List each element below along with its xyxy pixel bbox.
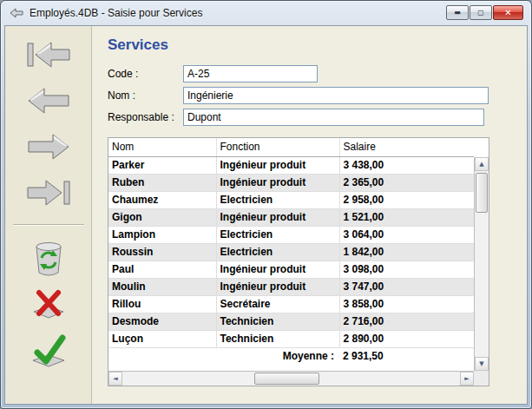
- table-row[interactable]: ChaumezElectricien2 958,00: [108, 191, 474, 208]
- responsable-label: Responsable :: [108, 111, 183, 123]
- table-cell: 3 858,00: [339, 295, 474, 313]
- scroll-left-icon: ◄: [113, 375, 117, 382]
- table-cell: Electricien: [216, 243, 339, 261]
- column-header-salaire[interactable]: Salaire: [339, 138, 474, 156]
- app-window: Employés.4DB - Saisie pour Services ▬ ▢ …: [0, 0, 532, 409]
- code-input[interactable]: [183, 65, 318, 82]
- employees-table: Nom Fonction Salaire ParkerIngénieur pro…: [108, 137, 489, 386]
- table-cell: Technicien: [216, 313, 339, 330]
- table-header-row: Nom Fonction Salaire: [108, 138, 474, 156]
- table-cell: 3 064,00: [339, 226, 474, 243]
- nom-input[interactable]: [183, 87, 489, 104]
- minimize-icon: ▬: [454, 10, 461, 16]
- table-footer-row: Moyenne : 2 931,50: [108, 347, 474, 365]
- nom-field-row: Nom :: [108, 87, 527, 104]
- scroll-up-button[interactable]: ▲: [475, 157, 489, 171]
- first-record-button[interactable]: [17, 35, 80, 75]
- table-row[interactable]: PaulIngénieur produit3 098,00: [108, 261, 474, 278]
- validate-button[interactable]: [17, 330, 80, 373]
- close-icon: ✕: [504, 9, 511, 17]
- titlebar[interactable]: Employés.4DB - Saisie pour Services ▬ ▢ …: [1, 1, 531, 24]
- code-field-row: Code :: [108, 65, 527, 82]
- table-cell: Technicien: [216, 330, 339, 347]
- table-cell: Secrétaire: [216, 295, 339, 313]
- next-record-button[interactable]: [17, 127, 80, 167]
- table-cell: Luçon: [108, 330, 216, 347]
- table-cell: Gigon: [108, 208, 216, 226]
- previous-record-button[interactable]: [17, 81, 80, 121]
- table-cell: 2 365,00: [339, 174, 474, 191]
- previous-record-icon: [24, 84, 73, 117]
- trash-recycle-icon: [29, 237, 69, 279]
- horizontal-scroll-thumb[interactable]: [254, 373, 319, 385]
- vertical-scroll-thumb[interactable]: [476, 173, 488, 213]
- column-header-nom[interactable]: Nom: [108, 138, 216, 156]
- table-row[interactable]: LuçonTechnicien2 890,00: [108, 330, 474, 347]
- table-row[interactable]: ParkerIngénieur produit3 438,00: [108, 156, 474, 174]
- scrollbar-corner: [474, 371, 489, 386]
- window-controls: ▬ ▢ ✕: [446, 5, 523, 20]
- table-cell: 2 890,00: [339, 330, 474, 347]
- table-cell: Ingénieur produit: [216, 261, 339, 278]
- next-record-icon: [24, 130, 73, 163]
- page-title: Services: [108, 36, 527, 54]
- table-cell: Ruben: [108, 174, 216, 191]
- responsable-input[interactable]: [183, 109, 484, 126]
- app-icon: [9, 7, 24, 19]
- last-record-icon: [24, 176, 73, 209]
- table-cell: Moulin: [108, 278, 216, 295]
- table-cell: 1 842,00: [339, 243, 474, 261]
- delete-record-button[interactable]: [17, 236, 80, 280]
- scroll-right-icon: ►: [464, 375, 469, 382]
- last-record-button[interactable]: [17, 173, 80, 213]
- table-body: ParkerIngénieur produit3 438,00RubenIngé…: [108, 156, 474, 347]
- employees-grid: Nom Fonction Salaire ParkerIngénieur pro…: [108, 138, 474, 365]
- table-cell: Rillou: [108, 295, 216, 313]
- scroll-up-icon: ▲: [479, 161, 483, 168]
- scroll-down-button[interactable]: ▼: [475, 357, 489, 371]
- table-row[interactable]: GigonIngénieur produit1 521,00: [108, 208, 474, 226]
- entry-form: Services Code : Nom : Responsable :: [93, 26, 527, 404]
- table-cell: 3 098,00: [339, 261, 474, 278]
- minimize-button[interactable]: ▬: [446, 5, 469, 20]
- table-row[interactable]: RillouSecrétaire3 858,00: [108, 295, 474, 313]
- table-row[interactable]: LampionElectricien3 064,00: [108, 226, 474, 243]
- moyenne-value: 2 931,50: [339, 347, 474, 365]
- maximize-icon: ▢: [477, 10, 484, 16]
- column-header-fonction[interactable]: Fonction: [216, 138, 339, 156]
- red-cross-icon: [30, 287, 68, 323]
- responsable-field-row: Responsable :: [108, 109, 527, 126]
- horizontal-scrollbar[interactable]: ◄ ►: [108, 371, 474, 386]
- table-cell: Roussin: [108, 243, 216, 261]
- table-cell: Desmode: [108, 313, 216, 330]
- scroll-right-button[interactable]: ►: [460, 372, 474, 386]
- moyenne-label: Moyenne :: [216, 347, 339, 365]
- table-cell: Ingénieur produit: [216, 174, 339, 191]
- first-record-icon: [24, 38, 73, 71]
- scroll-left-button[interactable]: ◄: [108, 372, 122, 386]
- footer-empty-cell: [108, 347, 216, 365]
- table-cell: 3 438,00: [339, 156, 474, 174]
- table-cell: Ingénieur produit: [216, 156, 339, 174]
- table-cell: Ingénieur produit: [216, 278, 339, 295]
- table-cell: Ingénieur produit: [216, 208, 339, 226]
- window-title: Employés.4DB - Saisie pour Services: [30, 7, 202, 19]
- table-row[interactable]: RubenIngénieur produit2 365,00: [108, 174, 474, 191]
- table-cell: 2 958,00: [339, 191, 474, 208]
- maximize-button[interactable]: ▢: [470, 5, 492, 20]
- table-cell: 2 716,00: [339, 313, 474, 330]
- window-content: Services Code : Nom : Responsable :: [4, 25, 528, 405]
- table-row[interactable]: MoulinIngénieur produit3 747,00: [108, 278, 474, 295]
- table-row[interactable]: DesmodeTechnicien2 716,00: [108, 313, 474, 330]
- cancel-button[interactable]: [17, 283, 80, 327]
- table-row[interactable]: RoussinElectricien1 842,00: [108, 243, 474, 261]
- toolbar-separator: [13, 224, 84, 226]
- table-cell: Electricien: [216, 191, 339, 208]
- record-toolbar: [5, 26, 92, 404]
- table-cell: 3 747,00: [339, 278, 474, 295]
- table-cell: Electricien: [216, 226, 339, 243]
- table-cell: 1 521,00: [339, 208, 474, 226]
- close-button[interactable]: ✕: [493, 5, 523, 20]
- vertical-scrollbar[interactable]: ▲ ▼: [474, 157, 489, 371]
- green-check-icon: [28, 333, 69, 371]
